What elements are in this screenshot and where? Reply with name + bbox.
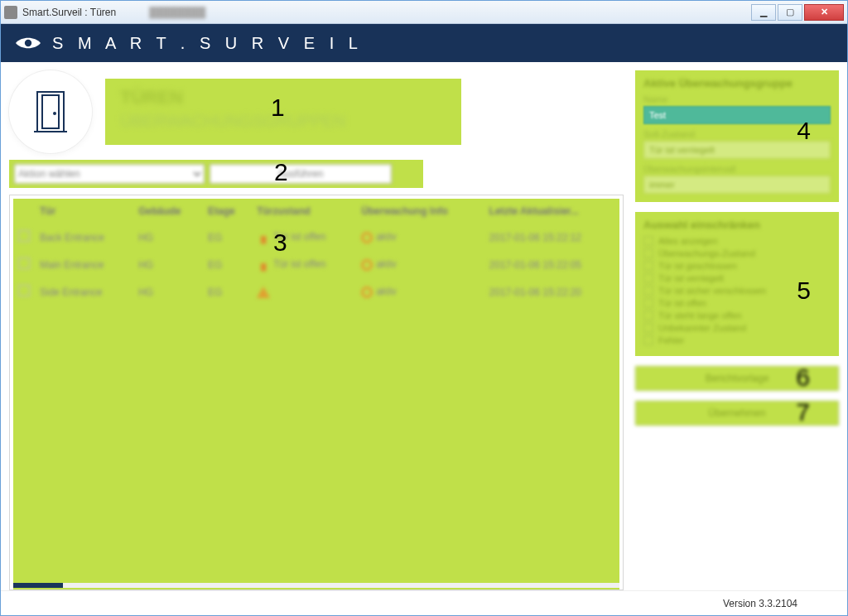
active-group-panel-highlight-4: Aktive Überwachungsgruppe Name Test Soll… [635, 70, 839, 202]
brand-text: S M A R T . S U R V E I L [52, 34, 363, 53]
annotation-6: 6 [796, 363, 810, 392]
version-label: Version 3.3.2104 [723, 598, 797, 609]
field-label: Name [643, 94, 831, 104]
filter-panel-highlight-5: Auswahl einschränken Alles anzeigen Über… [635, 212, 839, 356]
close-button[interactable] [804, 4, 844, 21]
button-label: Übernehmen [708, 407, 765, 419]
row-checkbox[interactable] [18, 257, 30, 269]
client-area: S M A R T . S U R V E I L Simons≡Voss te… [1, 24, 847, 615]
warning-icon [257, 286, 270, 298]
table-row[interactable]: Side Entrance HG EG aktiv 2017-01-06 15:… [13, 278, 619, 306]
annotation-4: 4 [797, 117, 811, 145]
monitor-ring-icon [361, 259, 373, 271]
col-state[interactable]: Türzustand [252, 199, 356, 224]
door-table-highlight-3: Tür Gebäude Etage Türzustand Überwachung… [9, 195, 624, 590]
door-icon [9, 70, 92, 153]
col-door[interactable]: Tür [35, 199, 133, 224]
svg-rect-1 [37, 92, 64, 132]
filter-option[interactable]: Tür steht lange offen [643, 310, 831, 320]
table-row[interactable]: Back Entrance HG EG Tür ist offen aktiv … [13, 224, 619, 251]
panel-title: Aktive Überwachungsgruppe [643, 77, 831, 89]
interval-field[interactable]: immer [643, 176, 831, 194]
titlebar: Smart.Surveil : Türen ████████ [1, 1, 847, 24]
door-state-icon [257, 231, 270, 244]
door-table: Tür Gebäude Etage Türzustand Überwachung… [13, 199, 619, 306]
table-row[interactable]: Main Entrance HG EG Tür ist offen aktiv … [13, 251, 619, 278]
horizontal-scrollbar[interactable] [13, 583, 619, 588]
col-building[interactable]: Gebäude [133, 199, 203, 224]
field-label: Überwachungsintervall [643, 164, 831, 174]
apply-button-highlight-7[interactable]: Übernehmen 7 [635, 401, 839, 426]
door-state-icon [257, 258, 270, 272]
annotation-3: 3 [273, 229, 287, 257]
monitor-ring-icon [361, 232, 373, 243]
app-window: Smart.Surveil : Türen ████████ S M A R T… [0, 0, 848, 616]
filter-option[interactable]: Überwachungs-Zustand [643, 248, 831, 258]
svg-point-0 [25, 40, 31, 46]
filter-option[interactable]: Alles anzeigen [643, 236, 831, 246]
background-tab: ████████ [149, 7, 205, 18]
maximize-button[interactable] [778, 4, 802, 21]
app-icon [4, 6, 17, 19]
panel-title: Auswahl einschränken [643, 219, 831, 231]
header-highlight-1: TÜREN ÜBERWACHUNGSGRUPPEN 1 [105, 79, 461, 145]
annotation-2: 2 [274, 158, 288, 186]
annotation-7: 7 [796, 398, 810, 426]
svg-rect-2 [42, 95, 59, 128]
action-row-highlight-2: Aktion wählen Ausführen 2 [9, 160, 423, 188]
row-checkbox[interactable] [18, 230, 30, 242]
report-template-button-highlight-6[interactable]: Berichtvorlage 6 [635, 366, 839, 391]
row-checkbox[interactable] [18, 285, 30, 296]
eye-icon [14, 35, 42, 51]
execute-button[interactable]: Ausführen [210, 164, 392, 184]
button-label: Berichtvorlage [706, 373, 769, 384]
filter-option[interactable]: Unbekannter Zustand [643, 323, 831, 333]
minimize-button[interactable] [751, 4, 776, 21]
annotation-1: 1 [271, 94, 285, 122]
svg-point-3 [53, 112, 56, 115]
page-header: TÜREN ÜBERWACHUNGSGRUPPEN 1 [9, 70, 624, 153]
filter-option[interactable]: Fehler [643, 335, 831, 345]
footer: Version 3.3.2104 [1, 590, 847, 615]
annotation-5: 5 [797, 277, 811, 305]
col-monitor[interactable]: Überwachung Info [356, 199, 484, 224]
action-select[interactable]: Aktion wählen [14, 164, 205, 184]
col-last[interactable]: Letzte Aktualisier... [484, 199, 619, 224]
col-floor[interactable]: Etage [203, 199, 252, 224]
window-title: Smart.Surveil : Türen [22, 7, 116, 18]
brand-bar: S M A R T . S U R V E I L [1, 24, 847, 62]
filter-option[interactable]: Tür ist geschlossen [643, 261, 831, 271]
monitor-ring-icon [361, 286, 373, 298]
